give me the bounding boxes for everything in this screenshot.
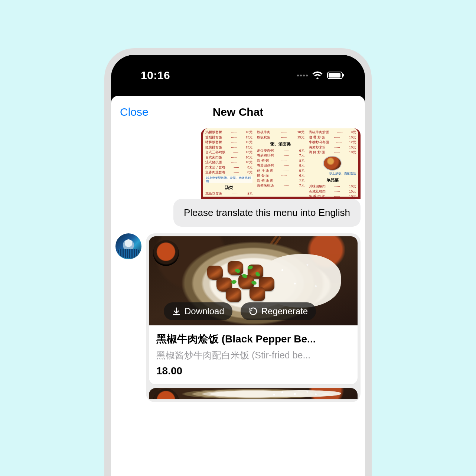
phone-frame: 10:16 Close New Chat: [104, 48, 372, 476]
page-title: New Chat: [213, 106, 264, 118]
user-message-text: Please translate this menu into English: [173, 199, 361, 227]
dish-description: 黑椒酱炒牛肉配白米饭 (Stir-fried be...: [156, 349, 350, 361]
nav-bar: Close New Chat: [111, 96, 365, 128]
status-time: 10:16: [141, 69, 170, 82]
dish-card[interactable]: Download Regenerate: [149, 236, 358, 384]
ai-response-bubble: Download Regenerate: [146, 233, 361, 402]
download-icon: [172, 307, 181, 316]
user-attached-image[interactable]: 鸡腿饭套餐-----18元 糖醋排骨饭-----15元 猪脚饭套餐-----15…: [201, 128, 361, 199]
wifi-icon: [312, 71, 323, 79]
dish-card[interactable]: [149, 388, 358, 399]
close-button[interactable]: Close: [120, 106, 149, 118]
status-icons: [297, 71, 343, 79]
menu-dish-photo: [323, 156, 342, 171]
regenerate-icon: [249, 307, 258, 316]
menu-col-2: 铁板牛肉-----18元 铁板鱿鱼-----15元 粥、汤面类 皮蛋瘦肉粥---…: [255, 128, 306, 197]
dish-image: [149, 388, 358, 399]
chat-scroll[interactable]: 鸡腿饭套餐-----18元 糖醋排骨饭-----15元 猪脚饭套餐-----15…: [111, 128, 365, 476]
status-bar: 10:16: [111, 55, 365, 96]
regenerate-button[interactable]: Regenerate: [241, 302, 316, 320]
app-sheet: Close New Chat 鸡腿饭套餐-----18元 糖醋排骨饭-----1…: [111, 96, 365, 476]
menu-col-1: 鸡腿饭套餐-----18元 糖醋排骨饭-----15元 猪脚饭套餐-----15…: [203, 128, 255, 197]
ai-message-group: Download Regenerate: [115, 233, 361, 402]
regenerate-label: Regenerate: [261, 306, 308, 316]
menu-col-3: 青椒牛肉炒饭-----9元 咖 喱 炒 饭-----10元 牛柳炒乌冬面----…: [307, 128, 358, 197]
ai-avatar: [115, 233, 141, 259]
dish-title: 黑椒牛肉烩饭 (Black Pepper Be...: [156, 332, 350, 346]
dish-price: 18.00: [156, 365, 350, 377]
dish-image: Download Regenerate: [149, 236, 358, 325]
download-label: Download: [185, 306, 224, 316]
user-message-group: 鸡腿饭套餐-----18元 糖醋排骨饭-----15元 猪脚饭套餐-----15…: [115, 128, 361, 227]
download-button[interactable]: Download: [164, 302, 232, 320]
phone-screen: 10:16 Close New Chat: [111, 55, 365, 476]
cellular-icon: [297, 75, 308, 76]
battery-icon: [327, 72, 343, 79]
